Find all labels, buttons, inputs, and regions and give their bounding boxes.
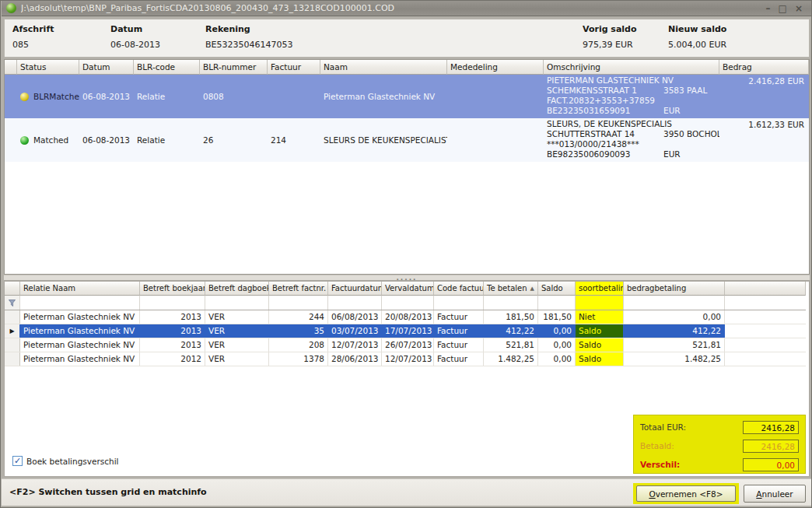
field-value: BE53235046147053 (205, 40, 292, 50)
omschrijving-line: BE98235006090093 (547, 149, 663, 159)
bedragbetaling-cell[interactable]: 0,00 (624, 310, 725, 324)
status-label: Matched (33, 135, 68, 145)
field-afschrift: Afschrift 085 (12, 24, 54, 50)
statement-grid-header: Status Datum BLR-code BLR-nummer Factuur… (5, 60, 809, 75)
field-value: 5.004,00 EUR (668, 40, 726, 50)
filter-cell[interactable] (538, 296, 576, 310)
statement-row-matched[interactable]: Matched 06-08-2013 Relatie 26 214 SLEURS… (5, 118, 809, 162)
relatie-cell: Pieterman Glastechniek NV (20, 338, 140, 352)
header-bedragbetaling[interactable]: bedragbetaling (624, 282, 725, 296)
filter-icon-cell (5, 296, 20, 310)
filter-cell[interactable] (576, 296, 624, 310)
soortbetaling-cell[interactable]: Saldo (576, 324, 624, 338)
difference-value-field: 0,00 (743, 458, 799, 471)
status-green-icon (20, 136, 29, 145)
overnemen-button[interactable]: Overnemen <F8> (636, 485, 736, 502)
header-blr-code[interactable]: BLR-code (134, 60, 200, 75)
invoice-row[interactable]: Pieterman Glastechniek NV 2013 VER 208 1… (5, 338, 806, 352)
maximize-icon[interactable]: □ (779, 4, 787, 13)
invoice-row[interactable]: Pieterman Glastechniek NV 2012 VER 1378 … (5, 352, 806, 366)
header-vervaldatum[interactable]: Vervaldatum (382, 282, 434, 296)
header-omschrijving[interactable]: Omschrijving (544, 60, 719, 75)
field-value: 975,39 EUR (583, 40, 637, 50)
header-factuurdatum[interactable]: Factuurdatum (328, 282, 382, 296)
header-mededeling[interactable]: Mededeling (447, 60, 544, 75)
statement-row-blrmatched[interactable]: BLRMatched 06-08-2013 Relatie 0808 Piete… (5, 75, 809, 118)
bedragbetaling-cell[interactable]: 412,22 (624, 324, 725, 338)
header-status[interactable]: Status (17, 60, 79, 75)
naam-cell: SLEURS DE KEUKENSPECIALIST (320, 118, 447, 162)
filter-cell[interactable] (20, 296, 140, 310)
soortbetaling-cell[interactable]: Niet (576, 310, 624, 324)
checkbox-check-icon[interactable]: ✓ (12, 456, 23, 466)
boekjaar-cell: 2013 (140, 310, 205, 324)
omschrijving-line: SCHEMKENSSTRAAT 1 (547, 86, 663, 96)
field-value: 085 (12, 40, 54, 50)
row-indicator: ▶ (5, 324, 20, 338)
invoice-row[interactable]: Pieterman Glastechniek NV 2013 VER 244 0… (5, 310, 806, 324)
factuurdatum-cell: 03/07/2013 (328, 324, 382, 338)
header-naam[interactable]: Naam (320, 60, 447, 75)
filter-cell[interactable] (205, 296, 269, 310)
saldo-cell: 0,00 (538, 352, 576, 366)
grid-splitter-handle[interactable]: ····· (4, 275, 810, 281)
header-betreft-boekjaar[interactable]: Betreft boekjaar (140, 282, 205, 296)
bedragbetaling-cell[interactable]: 1.482,25 (624, 352, 725, 366)
paid-label: Betaald: (640, 441, 674, 450)
field-datum: Datum 06-08-2013 (110, 24, 160, 50)
status-cell: Matched (17, 118, 79, 162)
filter-cell[interactable] (140, 296, 205, 310)
accept-button-highlight: Overnemen <F8> (633, 483, 739, 504)
field-vorig-saldo: Vorig saldo 975,39 EUR (583, 24, 637, 50)
keyboard-hint: <F2> Switchen tussen grid en matchinfo (9, 487, 207, 497)
annuleer-button[interactable]: Annuleer (744, 485, 806, 503)
header-indicator (5, 282, 20, 296)
filter-cell[interactable] (484, 296, 538, 310)
boekjaar-cell: 2012 (140, 352, 205, 366)
filter-cell[interactable] (434, 296, 484, 310)
soortbetaling-cell[interactable]: Saldo (576, 352, 624, 366)
filter-cell[interactable] (328, 296, 382, 310)
row-indicator (5, 118, 17, 162)
header-bedrag[interactable]: Bedrag (719, 60, 809, 75)
filter-row[interactable] (5, 296, 806, 310)
header-factuur[interactable]: Factuur (268, 60, 320, 75)
titlebar[interactable]: J:\adsolut\temp\BNP_Paribas_FortisCDA201… (2, 1, 812, 16)
relatie-cell: Pieterman Glastechniek NV (20, 352, 140, 366)
code-cell: Factuur (434, 310, 484, 324)
factuurdatum-cell: 06/08/2013 (328, 310, 382, 324)
factuurdatum-cell: 28/06/2013 (328, 352, 382, 366)
row-indicator (5, 338, 20, 352)
te-betalen-cell: 1.482,25 (484, 352, 538, 366)
blr-nummer-cell: 0808 (200, 75, 268, 118)
total-label: Totaal EUR: (640, 422, 686, 432)
bedragbetaling-cell[interactable]: 521,81 (624, 338, 725, 352)
paid-value-field: 2416,28 (743, 440, 799, 453)
naam-cell: Pieterman Glastechniek NV (320, 75, 447, 118)
header-soortbetaling[interactable]: soortbetaling (576, 282, 624, 296)
header-betreft-factnr[interactable]: Betreft factnr. (269, 282, 328, 296)
header-betreft-dagboek[interactable]: Betreft dagboek (205, 282, 269, 296)
header-saldo[interactable]: Saldo (538, 282, 576, 296)
vervaldatum-cell: 26/07/2013 (382, 338, 434, 352)
book-payment-difference-checkbox[interactable]: ✓ Boek betalingsverschil (12, 456, 119, 466)
header-te-betalen[interactable]: Te betalen ▲ (484, 282, 538, 296)
header-blr-nummer[interactable]: BLR-nummer (200, 60, 268, 75)
header-relatie-naam[interactable]: Relatie Naam (20, 282, 140, 296)
header-code-factuur[interactable]: Code factuur (434, 282, 484, 296)
header-filler (725, 282, 806, 296)
filter-cell[interactable] (624, 296, 725, 310)
minimize-icon[interactable]: – (766, 4, 771, 13)
vervaldatum-cell: 20/08/2013 (382, 310, 434, 324)
factnr-cell: 244 (269, 310, 328, 324)
close-icon[interactable]: × (795, 4, 803, 13)
soortbetaling-cell[interactable]: Saldo (576, 338, 624, 352)
filter-cell[interactable] (269, 296, 328, 310)
omschrijving-line: BE23235031659091 (547, 106, 663, 116)
header-datum[interactable]: Datum (79, 60, 134, 75)
app-logo-icon (6, 3, 16, 13)
omschrijving-line: SLEURS, DE KEUKENSPECIALIS (547, 119, 663, 129)
invoice-row-selected[interactable]: ▶ Pieterman Glastechniek NV 2013 VER 35 … (5, 324, 806, 338)
filter-cell[interactable] (382, 296, 434, 310)
difference-row: Verschil: 0,00 (640, 457, 799, 471)
